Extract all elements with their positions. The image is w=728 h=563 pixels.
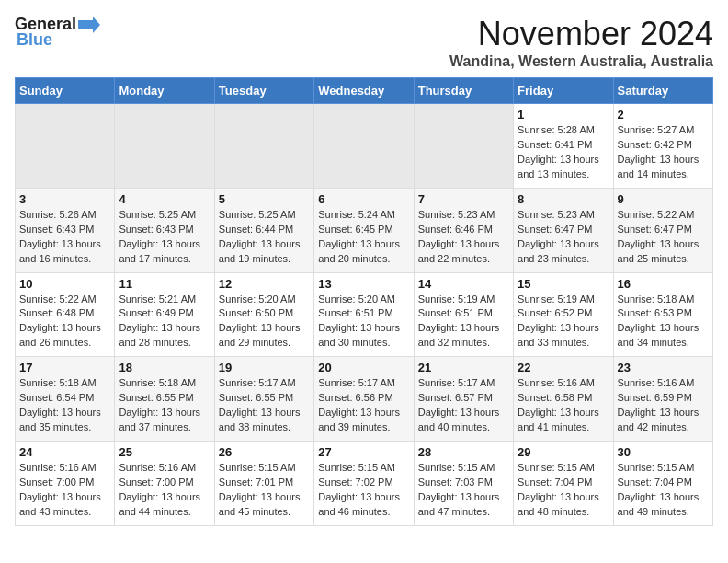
day-info: Sunrise: 5:17 AMSunset: 6:55 PMDaylight:… <box>219 376 310 435</box>
header-day-sunday: Sunday <box>16 78 115 104</box>
day-number: 24 <box>19 445 110 459</box>
day-info: Sunrise: 5:15 AMSunset: 7:01 PMDaylight:… <box>219 461 310 520</box>
calendar-cell: 19Sunrise: 5:17 AMSunset: 6:55 PMDayligh… <box>214 357 313 442</box>
header-day-saturday: Saturday <box>613 78 712 104</box>
day-number: 10 <box>19 277 110 291</box>
day-number: 18 <box>119 361 210 374</box>
day-number: 11 <box>119 277 210 291</box>
day-info: Sunrise: 5:15 AMSunset: 7:03 PMDaylight:… <box>418 461 509 520</box>
calendar-cell: 7Sunrise: 5:23 AMSunset: 6:46 PMDaylight… <box>414 188 513 272</box>
day-info: Sunrise: 5:16 AMSunset: 7:00 PMDaylight:… <box>119 461 210 520</box>
page-header: General Blue November 2024 Wandina, West… <box>15 15 713 70</box>
calendar-cell: 26Sunrise: 5:15 AMSunset: 7:01 PMDayligh… <box>214 442 313 526</box>
day-info: Sunrise: 5:16 AMSunset: 7:00 PMDaylight:… <box>19 461 110 520</box>
day-info: Sunrise: 5:18 AMSunset: 6:55 PMDaylight:… <box>119 376 210 435</box>
calendar-cell: 15Sunrise: 5:19 AMSunset: 6:52 PMDayligh… <box>514 272 613 357</box>
day-number: 21 <box>418 361 509 374</box>
calendar-cell: 6Sunrise: 5:24 AMSunset: 6:45 PMDaylight… <box>314 188 414 272</box>
calendar-cell: 1Sunrise: 5:28 AMSunset: 6:41 PMDaylight… <box>514 104 613 189</box>
day-number: 22 <box>518 361 609 374</box>
month-title: November 2024 <box>449 15 713 53</box>
day-number: 20 <box>318 361 409 374</box>
calendar-cell: 21Sunrise: 5:17 AMSunset: 6:57 PMDayligh… <box>414 357 513 442</box>
day-info: Sunrise: 5:15 AMSunset: 7:04 PMDaylight:… <box>518 461 609 520</box>
calendar-cell: 25Sunrise: 5:16 AMSunset: 7:00 PMDayligh… <box>115 442 214 526</box>
day-info: Sunrise: 5:22 AMSunset: 6:48 PMDaylight:… <box>19 293 110 351</box>
day-info: Sunrise: 5:25 AMSunset: 6:44 PMDaylight:… <box>219 208 310 267</box>
calendar-cell: 14Sunrise: 5:19 AMSunset: 6:51 PMDayligh… <box>414 272 513 357</box>
logo-arrow-icon <box>78 17 100 33</box>
day-number: 19 <box>219 361 310 374</box>
day-number: 25 <box>119 445 210 459</box>
calendar-cell: 18Sunrise: 5:18 AMSunset: 6:55 PMDayligh… <box>115 357 214 442</box>
day-info: Sunrise: 5:25 AMSunset: 6:43 PMDaylight:… <box>119 208 210 267</box>
day-info: Sunrise: 5:16 AMSunset: 6:59 PMDaylight:… <box>618 376 709 435</box>
calendar-header-row: SundayMondayTuesdayWednesdayThursdayFrid… <box>16 78 713 104</box>
day-info: Sunrise: 5:19 AMSunset: 6:51 PMDaylight:… <box>418 293 509 351</box>
calendar-table: SundayMondayTuesdayWednesdayThursdayFrid… <box>15 77 713 526</box>
header-day-tuesday: Tuesday <box>214 78 313 104</box>
header-day-thursday: Thursday <box>414 78 513 104</box>
day-info: Sunrise: 5:15 AMSunset: 7:02 PMDaylight:… <box>318 461 409 520</box>
day-number: 9 <box>618 192 709 206</box>
day-info: Sunrise: 5:17 AMSunset: 6:57 PMDaylight:… <box>418 376 509 435</box>
day-info: Sunrise: 5:18 AMSunset: 6:53 PMDaylight:… <box>618 293 709 351</box>
day-info: Sunrise: 5:22 AMSunset: 6:47 PMDaylight:… <box>618 208 709 267</box>
calendar-week-5: 24Sunrise: 5:16 AMSunset: 7:00 PMDayligh… <box>16 442 713 526</box>
day-number: 23 <box>618 361 709 374</box>
logo: General Blue <box>15 15 100 50</box>
calendar-cell: 9Sunrise: 5:22 AMSunset: 6:47 PMDaylight… <box>613 188 712 272</box>
day-info: Sunrise: 5:27 AMSunset: 6:42 PMDaylight:… <box>618 123 709 182</box>
day-info: Sunrise: 5:17 AMSunset: 6:56 PMDaylight:… <box>318 376 409 435</box>
day-info: Sunrise: 5:18 AMSunset: 6:54 PMDaylight:… <box>19 376 110 435</box>
day-info: Sunrise: 5:15 AMSunset: 7:04 PMDaylight:… <box>618 461 709 520</box>
calendar-cell: 3Sunrise: 5:26 AMSunset: 6:43 PMDaylight… <box>16 188 115 272</box>
title-area: November 2024 Wandina, Western Australia… <box>449 15 713 70</box>
calendar-cell: 12Sunrise: 5:20 AMSunset: 6:50 PMDayligh… <box>214 272 313 357</box>
day-info: Sunrise: 5:23 AMSunset: 6:47 PMDaylight:… <box>518 208 609 267</box>
header-day-friday: Friday <box>514 78 613 104</box>
day-info: Sunrise: 5:20 AMSunset: 6:51 PMDaylight:… <box>318 293 409 351</box>
day-number: 8 <box>518 192 609 206</box>
day-number: 5 <box>219 192 310 206</box>
calendar-cell: 27Sunrise: 5:15 AMSunset: 7:02 PMDayligh… <box>314 442 414 526</box>
day-number: 14 <box>418 277 509 291</box>
header-day-wednesday: Wednesday <box>314 78 414 104</box>
calendar-cell: 20Sunrise: 5:17 AMSunset: 6:56 PMDayligh… <box>314 357 414 442</box>
day-number: 27 <box>318 445 409 459</box>
header-day-monday: Monday <box>115 78 214 104</box>
calendar-cell: 29Sunrise: 5:15 AMSunset: 7:04 PMDayligh… <box>514 442 613 526</box>
day-number: 3 <box>19 192 110 206</box>
calendar-cell: 24Sunrise: 5:16 AMSunset: 7:00 PMDayligh… <box>16 442 115 526</box>
day-info: Sunrise: 5:21 AMSunset: 6:49 PMDaylight:… <box>119 293 210 351</box>
calendar-week-4: 17Sunrise: 5:18 AMSunset: 6:54 PMDayligh… <box>16 357 713 442</box>
location-title: Wandina, Western Australia, Australia <box>449 53 713 70</box>
calendar-cell: 5Sunrise: 5:25 AMSunset: 6:44 PMDaylight… <box>214 188 313 272</box>
day-number: 17 <box>19 361 110 374</box>
day-info: Sunrise: 5:23 AMSunset: 6:46 PMDaylight:… <box>418 208 509 267</box>
calendar-cell: 17Sunrise: 5:18 AMSunset: 6:54 PMDayligh… <box>16 357 115 442</box>
calendar-cell: 4Sunrise: 5:25 AMSunset: 6:43 PMDaylight… <box>115 188 214 272</box>
day-number: 16 <box>618 277 709 291</box>
calendar-cell: 11Sunrise: 5:21 AMSunset: 6:49 PMDayligh… <box>115 272 214 357</box>
day-number: 12 <box>219 277 310 291</box>
calendar-cell: 16Sunrise: 5:18 AMSunset: 6:53 PMDayligh… <box>613 272 712 357</box>
day-number: 29 <box>518 445 609 459</box>
day-number: 15 <box>518 277 609 291</box>
calendar-cell <box>414 104 513 189</box>
day-info: Sunrise: 5:26 AMSunset: 6:43 PMDaylight:… <box>19 208 110 267</box>
calendar-cell: 8Sunrise: 5:23 AMSunset: 6:47 PMDaylight… <box>514 188 613 272</box>
day-info: Sunrise: 5:28 AMSunset: 6:41 PMDaylight:… <box>518 123 609 182</box>
day-number: 7 <box>418 192 509 206</box>
day-number: 2 <box>618 108 709 121</box>
calendar-cell <box>16 104 115 189</box>
calendar-cell: 28Sunrise: 5:15 AMSunset: 7:03 PMDayligh… <box>414 442 513 526</box>
calendar-cell: 13Sunrise: 5:20 AMSunset: 6:51 PMDayligh… <box>314 272 414 357</box>
day-info: Sunrise: 5:20 AMSunset: 6:50 PMDaylight:… <box>219 293 310 351</box>
day-info: Sunrise: 5:24 AMSunset: 6:45 PMDaylight:… <box>318 208 409 267</box>
calendar-week-3: 10Sunrise: 5:22 AMSunset: 6:48 PMDayligh… <box>16 272 713 357</box>
day-number: 4 <box>119 192 210 206</box>
calendar-cell <box>115 104 214 189</box>
day-number: 1 <box>518 108 609 121</box>
day-number: 30 <box>618 445 709 459</box>
